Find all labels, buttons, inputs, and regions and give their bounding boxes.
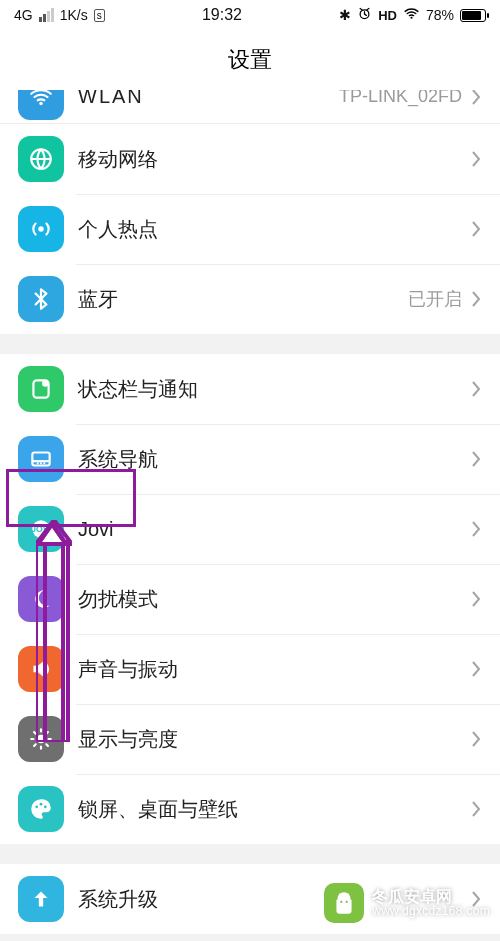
hotspot-icon [18, 206, 64, 252]
svg-text:JOVI: JOVI [31, 524, 51, 534]
row-bluetooth-value: 已开启 [408, 287, 462, 311]
row-dnd-label: 勿扰模式 [78, 586, 470, 613]
status-bar: 4G 1K/s s 19:32 ✱ HD 78% [0, 0, 500, 30]
brightness-icon [18, 716, 64, 762]
bluetooth-icon [18, 276, 64, 322]
row-status-notifications[interactable]: 状态栏与通知 [0, 354, 500, 424]
signal-icon [39, 8, 54, 22]
status-right: ✱ HD 78% [339, 5, 486, 25]
chevron-right-icon [470, 590, 482, 608]
svg-point-2 [39, 101, 42, 104]
status-left: 4G 1K/s s [14, 7, 105, 23]
wifi-setting-icon [18, 90, 64, 120]
row-hotspot-label: 个人热点 [78, 216, 470, 243]
chevron-right-icon [470, 660, 482, 678]
svg-point-13 [37, 735, 46, 744]
row-lock-wallpaper[interactable]: 锁屏、桌面与壁纸 [0, 774, 500, 844]
row-wlan[interactable]: WLAN TP-LINK_02FD [0, 90, 500, 124]
row-wlan-label: WLAN [78, 90, 339, 108]
bluetooth-status-icon: ✱ [339, 7, 351, 23]
jovi-icon: JOVI [18, 506, 64, 552]
row-hotspot[interactable]: 个人热点 [0, 194, 500, 264]
row-dnd[interactable]: 勿扰模式 [0, 564, 500, 634]
navigation-icon [18, 436, 64, 482]
page-title: 设置 [228, 45, 272, 75]
chevron-right-icon [470, 520, 482, 538]
battery-pct: 78% [426, 7, 454, 23]
chevron-right-icon [470, 450, 482, 468]
svg-point-14 [35, 805, 38, 808]
watermark-url: www.dgxcdz168.com [372, 905, 490, 918]
watermark-name: 冬瓜安卓网 [372, 888, 490, 906]
hd-icon: HD [378, 8, 397, 23]
moon-icon [18, 576, 64, 622]
svg-point-6 [42, 380, 49, 387]
svg-point-15 [40, 803, 43, 806]
chevron-right-icon [470, 90, 482, 106]
row-bluetooth-label: 蓝牙 [78, 286, 408, 313]
watermark-logo-icon [324, 883, 364, 923]
row-sound-label: 声音与振动 [78, 656, 470, 683]
palette-icon [18, 786, 64, 832]
wifi-icon [403, 5, 420, 25]
speaker-icon [18, 646, 64, 692]
notification-icon [18, 366, 64, 412]
row-display-label: 显示与亮度 [78, 726, 470, 753]
chevron-right-icon [470, 150, 482, 168]
row-system-navigation[interactable]: 系统导航 [0, 424, 500, 494]
svg-point-8 [37, 462, 39, 464]
svg-point-19 [346, 901, 348, 903]
globe-icon [18, 136, 64, 182]
upgrade-icon [18, 876, 64, 922]
svg-point-16 [44, 805, 47, 808]
chevron-right-icon [470, 730, 482, 748]
status-time: 19:32 [202, 6, 242, 24]
svg-point-10 [43, 462, 45, 464]
row-display[interactable]: 显示与亮度 [0, 704, 500, 774]
net-type: 4G [14, 7, 33, 23]
row-lock-label: 锁屏、桌面与壁纸 [78, 796, 470, 823]
row-status-label: 状态栏与通知 [78, 376, 470, 403]
svg-point-1 [410, 17, 412, 19]
chevron-right-icon [470, 290, 482, 308]
row-jovi-label: Jovi [78, 518, 470, 541]
row-bluetooth[interactable]: 蓝牙 已开启 [0, 264, 500, 334]
alarm-icon [357, 6, 372, 24]
battery-icon [460, 9, 486, 22]
net-speed-unit: s [94, 9, 105, 22]
net-speed: 1K/s [60, 7, 88, 23]
svg-point-4 [38, 226, 43, 231]
watermark: 冬瓜安卓网 www.dgxcdz168.com [324, 883, 490, 923]
chevron-right-icon [470, 800, 482, 818]
svg-point-9 [40, 462, 42, 464]
chevron-right-icon [470, 220, 482, 238]
row-nav-label: 系统导航 [78, 446, 470, 473]
svg-point-18 [340, 901, 342, 903]
row-sound[interactable]: 声音与振动 [0, 634, 500, 704]
page-title-bar: 设置 [0, 30, 500, 90]
row-mobile-network[interactable]: 移动网络 [0, 124, 500, 194]
row-wlan-value: TP-LINK_02FD [339, 90, 462, 107]
row-jovi[interactable]: JOVI Jovi [0, 494, 500, 564]
row-mobile-label: 移动网络 [78, 146, 470, 173]
chevron-right-icon [470, 380, 482, 398]
